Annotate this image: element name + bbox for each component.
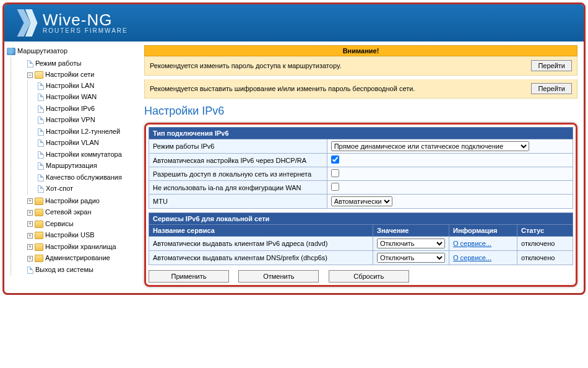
svc-row-radvd: Автоматически выдавать клиентам IPv6 адр…	[149, 237, 573, 251]
sidebar-vlan[interactable]: Настройки VLAN	[46, 139, 99, 146]
page-icon	[38, 162, 44, 170]
page-icon	[38, 82, 44, 90]
warning-row-wifi: Рекомендуется выставить шифрование и/или…	[144, 79, 577, 99]
svc-name: Автоматически выдавать клиентам IPv6 адр…	[149, 237, 373, 251]
col-status: Статус	[517, 225, 573, 237]
expand-toggle[interactable]: +	[27, 221, 33, 227]
warning-row-password: Рекомендуется изменить пароль доступа к …	[144, 56, 577, 76]
col-value: Значение	[373, 225, 449, 237]
logo-chevron-icon	[17, 9, 38, 37]
sidebar-admin[interactable]: Администрирование	[45, 254, 110, 261]
sidebar-radio[interactable]: Настройки радио	[45, 197, 100, 204]
sidebar-usb[interactable]: Настройки USB	[45, 231, 95, 239]
svc-status: отключено	[517, 237, 573, 251]
select-mtu[interactable]: Автоматически	[331, 196, 392, 206]
cancel-button[interactable]: Отменить	[238, 270, 319, 283]
expand-toggle[interactable]: +	[27, 210, 33, 216]
svc-name: Автоматически выдавать клиентам DNS/pref…	[149, 251, 373, 265]
expand-toggle[interactable]: +	[27, 233, 33, 239]
select-ipv6-mode[interactable]: Прямое динамическое или статическое подк…	[331, 141, 529, 151]
page-icon	[27, 266, 33, 274]
svc-value-select[interactable]: Отключить	[377, 239, 445, 248]
page-icon	[38, 128, 44, 136]
label-allow-lan: Разрешить доступ в локальную сеть из инт…	[149, 167, 327, 181]
folder-icon	[35, 243, 43, 251]
svc-value-select[interactable]: Отключить	[377, 253, 445, 263]
folder-open-icon	[35, 71, 43, 79]
goto-button[interactable]: Перейти	[531, 60, 572, 71]
warning-text: Рекомендуется выставить шифрование и/или…	[150, 85, 415, 92]
checkbox-no-iana[interactable]	[331, 183, 339, 191]
page-icon	[38, 116, 44, 124]
page-icon	[38, 94, 44, 101]
sidebar-root[interactable]: Маршрутизатор	[17, 47, 67, 55]
sidebar-ipv6[interactable]: Настройки IPv6	[46, 105, 95, 112]
reset-button[interactable]: Сбросить	[329, 270, 409, 283]
folder-icon	[35, 232, 43, 239]
page-title: Настройки IPv6	[144, 105, 577, 118]
folder-icon	[35, 221, 43, 228]
sidebar-wan[interactable]: Настройки WAN	[46, 93, 97, 100]
warning-text: Рекомендуется изменить пароль доступа к …	[150, 62, 341, 69]
svc-row-dhcp6s: Автоматически выдавать клиентам DNS/pref…	[149, 251, 573, 265]
page-icon	[27, 60, 33, 68]
expand-toggle[interactable]: +	[27, 244, 33, 250]
router-icon	[7, 48, 15, 55]
folder-icon	[35, 198, 43, 205]
expand-toggle[interactable]: +	[27, 256, 33, 261]
sidebar-storage[interactable]: Настройки хранилища	[45, 243, 116, 250]
folder-icon	[35, 209, 43, 216]
sidebar: Маршрутизатор Режим работы −Настройки се…	[4, 42, 141, 293]
checkbox-auto-dhcp[interactable]	[331, 156, 339, 164]
sidebar-l2[interactable]: Настройки L2-туннелей	[46, 128, 120, 135]
sidebar-net[interactable]: Настройки сети	[45, 71, 94, 78]
ipv6-type-header: Тип подключения IPv6	[149, 128, 573, 139]
label-auto-dhcp: Автоматическая настройка IPv6 через DHCP…	[149, 154, 327, 167]
label-no-iana: Не использовать ia-na для конфигурации W…	[149, 181, 327, 195]
label-ipv6-mode: Режим работы IPv6	[149, 139, 327, 154]
collapse-toggle[interactable]: −	[27, 72, 33, 78]
sidebar-routing[interactable]: Маршрутизация	[46, 162, 97, 169]
svc-status: отключено	[517, 251, 573, 265]
ipv6-settings-panel: Тип подключения IPv6 Режим работы IPv6 П…	[144, 123, 577, 287]
col-name: Название сервиса	[149, 225, 373, 237]
sidebar-logout[interactable]: Выход из системы	[35, 266, 93, 273]
col-info: Информация	[449, 225, 517, 237]
goto-button[interactable]: Перейти	[531, 83, 572, 94]
sidebar-qos[interactable]: Качество обслуживания	[46, 173, 122, 181]
svc-info-link[interactable]: О сервисе...	[453, 254, 491, 261]
warning-header: Внимание!	[144, 45, 577, 56]
svc-info-link[interactable]: О сервисе...	[453, 240, 491, 247]
page-icon	[38, 105, 44, 113]
sidebar-hotspot[interactable]: Хот-спот	[46, 185, 73, 192]
app-header: Wive-NG ROUTERS FIRMWARE	[4, 4, 584, 42]
checkbox-allow-lan[interactable]	[331, 169, 339, 177]
page-icon	[38, 151, 44, 159]
brand-subtitle: ROUTERS FIRMWARE	[43, 28, 128, 34]
sidebar-lan[interactable]: Настройки LAN	[46, 82, 94, 89]
sidebar-fw[interactable]: Сетевой экран	[45, 208, 92, 216]
brand-title: Wive-NG	[43, 12, 128, 28]
folder-icon	[35, 255, 43, 262]
sidebar-switch[interactable]: Настройки коммутатора	[46, 151, 122, 158]
svc-section-header: Сервисы IPv6 для локальной сети	[149, 213, 573, 225]
page-icon	[38, 185, 44, 193]
expand-toggle[interactable]: +	[27, 198, 33, 204]
label-mtu: MTU	[149, 195, 327, 209]
page-icon	[38, 139, 44, 147]
apply-button[interactable]: Применить	[149, 270, 229, 283]
page-icon	[38, 174, 44, 182]
sidebar-vpn[interactable]: Настройки VPN	[46, 116, 95, 123]
sidebar-services[interactable]: Сервисы	[45, 220, 74, 227]
sidebar-mode[interactable]: Режим работы	[35, 59, 81, 67]
